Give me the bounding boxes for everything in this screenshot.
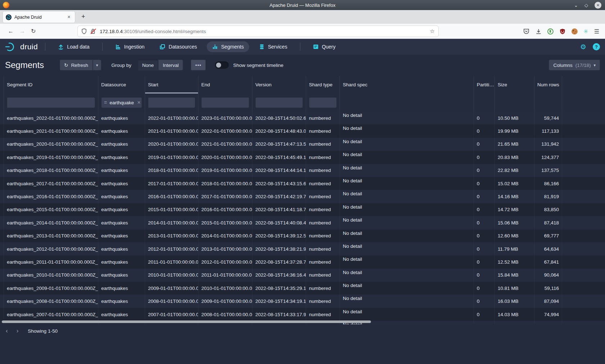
table-row[interactable]: earthquakes_2017-01-01T00:00:00.000Z_2… … xyxy=(0,177,605,190)
upload-icon xyxy=(58,44,64,50)
table-row[interactable]: earthquakes_2021-01-01T00:00:00.000Z_2… … xyxy=(0,124,605,137)
cell-shard-spec: No detail xyxy=(340,190,474,203)
table-row[interactable]: earthquakes_2010-01-01T00:00:00.000Z_2… … xyxy=(0,269,605,282)
version-filter-input[interactable] xyxy=(255,97,303,108)
cell-segment-id: earthquakes_2010-01-01T00:00:00.000Z_2… xyxy=(4,269,98,282)
hamburger-menu-icon[interactable]: ☰ xyxy=(594,28,599,35)
nav-item-datasources[interactable]: Datasources xyxy=(154,41,202,52)
column-header-size[interactable]: Size xyxy=(495,76,534,94)
horizontal-scrollbar[interactable] xyxy=(2,320,371,323)
refresh-dropdown-button[interactable]: ▾ xyxy=(93,60,102,70)
column-header-num-rows[interactable]: Num rows xyxy=(534,76,562,94)
close-window-icon[interactable]: ✕ xyxy=(595,2,601,9)
cell-num-rows: 64,634 xyxy=(534,242,562,255)
column-header-datasource[interactable]: Datasource xyxy=(98,76,145,94)
downloads-icon[interactable] xyxy=(535,28,542,35)
table-row[interactable]: earthquakes_2013-01-01T00:00:00.000Z_2… … xyxy=(0,229,605,242)
column-header-shard-spec[interactable]: Shard spec xyxy=(340,76,474,94)
nav-item-segments[interactable]: Segments xyxy=(207,41,249,52)
column-header-partition[interactable]: Partiti… xyxy=(474,76,495,94)
new-tab-button[interactable]: + xyxy=(79,13,88,21)
cell-size: 10.81 MB xyxy=(495,282,534,295)
cell-segment-id: earthquakes_2015-01-01T00:00:00.000Z_2… xyxy=(4,203,98,216)
segment-timeline-toggle[interactable] xyxy=(215,62,229,69)
druid-brand[interactable]: druid xyxy=(4,42,38,52)
browser-tab[interactable]: Apache Druid ✕ xyxy=(3,12,75,23)
url-bar[interactable]: 172.18.0.4:30109/unified-console.html#se… xyxy=(77,26,439,37)
cell-start: 2014-01-01T00:00:00.0… xyxy=(145,216,198,229)
segment-id-filter-input[interactable] xyxy=(7,97,95,108)
tab-close-icon[interactable]: ✕ xyxy=(66,14,72,20)
cell-datasource: earthquakes xyxy=(98,151,145,164)
nav-item-load-data[interactable]: Load data xyxy=(53,41,95,52)
reload-button[interactable]: ↻ xyxy=(31,28,36,35)
shard-type-filter-input[interactable] xyxy=(309,97,337,108)
cell-end: 2021-01-01T00:00:00.0… xyxy=(198,138,252,151)
forward-button[interactable]: → xyxy=(19,28,25,35)
cell-segment-id: earthquakes_2008-01-01T00:00:00.000Z_2… xyxy=(4,295,98,308)
column-header-version[interactable]: Version xyxy=(252,76,306,94)
table-row[interactable]: earthquakes_2022-01-01T00:00:00.000Z_2… … xyxy=(0,112,605,124)
help-icon[interactable]: ? xyxy=(593,43,600,50)
group-by-interval-button[interactable]: Interval xyxy=(158,60,183,70)
cell-shard-type: numbered xyxy=(306,242,340,255)
ublock-icon[interactable] xyxy=(559,28,566,35)
table-row[interactable]: earthquakes_2014-01-01T00:00:00.000Z_2… … xyxy=(0,216,605,229)
gantt-chart-icon xyxy=(115,44,121,50)
cell-segment-id: earthquakes_2012-01-01T00:00:00.000Z_2… xyxy=(4,242,98,255)
table-row[interactable]: earthquakes_2009-01-01T00:00:00.000Z_2… … xyxy=(0,282,605,295)
column-header-start[interactable]: Start xyxy=(145,76,198,94)
filter-clear-icon[interactable]: ✕ xyxy=(137,100,141,105)
table-row[interactable]: earthquakes_2011-01-01T00:00:00.000Z_2… … xyxy=(0,255,605,268)
columns-picker-button[interactable]: Columns (17/18) ▾ xyxy=(549,60,600,70)
nav-item-ingestion[interactable]: Ingestion xyxy=(110,41,150,52)
privacy-extension-icon[interactable] xyxy=(547,28,554,35)
table-row[interactable]: earthquakes_2020-01-01T00:00:00.000Z_2… … xyxy=(0,138,605,151)
pagination-bar: ‹ › Showing 1-50 xyxy=(0,324,605,364)
nav-item-services[interactable]: Services xyxy=(254,41,293,52)
cell-segment-id: earthquakes_2013-01-01T00:00:00.000Z_2… xyxy=(4,229,98,242)
table-row[interactable]: earthquakes_2012-01-01T00:00:00.000Z_2… … xyxy=(0,242,605,255)
cookie-extension-icon[interactable] xyxy=(572,28,578,35)
pocket-icon[interactable] xyxy=(523,28,529,35)
cell-shard-spec: No detail xyxy=(340,138,474,151)
toggle-knob xyxy=(216,63,221,68)
column-header-shard-type[interactable]: Shard type xyxy=(306,76,340,94)
maximize-icon[interactable]: ◇ xyxy=(584,3,588,8)
prev-page-icon[interactable]: ‹ xyxy=(3,327,11,335)
cell-segment-id: earthquakes_2021-01-01T00:00:00.000Z_2… xyxy=(4,124,98,137)
colorful-extension-icon[interactable]: ✳ xyxy=(583,28,588,35)
insecure-lock-icon[interactable] xyxy=(90,28,95,34)
column-header-segment-id[interactable]: Segment ID xyxy=(4,76,98,94)
cell-end: 2015-01-01T00:00:00.0… xyxy=(198,216,252,229)
cell-datasource: earthquakes xyxy=(98,203,145,216)
cell-partition: 0 xyxy=(474,177,495,190)
cell-version: 2022-08-15T14:44:14.1… xyxy=(252,164,306,177)
table-row[interactable]: earthquakes_2008-01-01T00:00:00.000Z_2… … xyxy=(0,295,605,308)
end-filter-input[interactable] xyxy=(201,97,249,108)
cell-datasource: earthquakes xyxy=(98,229,145,242)
tracking-shield-icon[interactable] xyxy=(81,28,87,34)
cell-shard-spec: No detail xyxy=(340,216,474,229)
datasource-filter-input[interactable]: = earthquake ✕ xyxy=(101,97,142,108)
nav-item-query[interactable]: Query xyxy=(308,41,341,52)
bookmark-star-icon[interactable]: ☆ xyxy=(430,28,435,35)
refresh-button[interactable]: ↻ Refresh xyxy=(60,60,93,70)
table-row[interactable]: earthquakes_2016-01-01T00:00:00.000Z_2… … xyxy=(0,190,605,203)
segments-table: Segment ID Datasource Start End Version … xyxy=(0,76,605,324)
start-filter-input[interactable] xyxy=(148,97,195,108)
more-options-button[interactable]: ••• xyxy=(191,60,206,70)
table-row[interactable]: earthquakes_2007-01-01T00:00:00.000Z_2… … xyxy=(0,308,605,321)
column-header-end[interactable]: End xyxy=(198,76,252,94)
cell-size: 15.02 MB xyxy=(495,177,534,190)
minimize-icon[interactable]: ⌄ xyxy=(574,3,578,8)
table-row[interactable]: earthquakes_2015-01-01T00:00:00.000Z_2… … xyxy=(0,203,605,216)
back-button[interactable]: ← xyxy=(8,28,14,35)
group-by-none-button[interactable]: None xyxy=(138,60,158,70)
cell-version: 2022-08-15T14:33:17.9… xyxy=(252,308,306,321)
next-page-icon[interactable]: › xyxy=(14,327,22,335)
table-row[interactable]: earthquakes_2019-01-01T00:00:00.000Z_2… … xyxy=(0,151,605,164)
cell-num-rows: 59,116 xyxy=(534,282,562,295)
settings-gear-icon[interactable]: ⚙ xyxy=(580,43,586,51)
table-row[interactable]: earthquakes_2018-01-01T00:00:00.000Z_2… … xyxy=(0,164,605,177)
